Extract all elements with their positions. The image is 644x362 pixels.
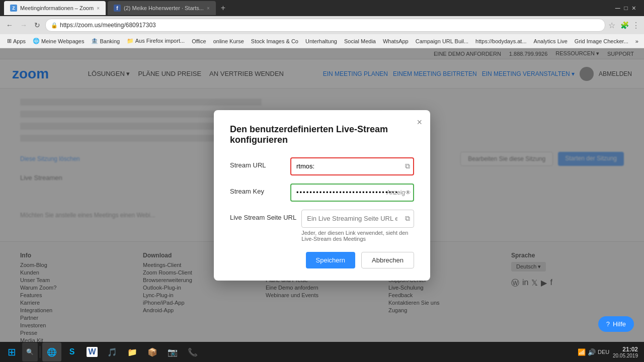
browser-chrome: Z Meetinginformationen – Zoom × f (2) Me… (0, 0, 644, 362)
taskbar-clock[interactable]: 21:02 20.05.2019 (613, 346, 638, 358)
show-stream-key-icon[interactable]: Anzeig👁 (386, 189, 411, 196)
volume-icon[interactable]: 🔊 (588, 348, 596, 356)
configure-stream-modal: × Den benutzerdefinierten Live-Stream ko… (214, 110, 430, 281)
taskbar-app-files[interactable]: 📁 (123, 342, 142, 361)
bookmark-grid-image[interactable]: Grid Image Checker... (572, 37, 631, 45)
bookmark-apps[interactable]: ⊞ Apps (4, 37, 29, 45)
hilfe-icon: ? (606, 320, 610, 328)
close-window-button[interactable]: × (632, 4, 636, 12)
title-bar: Z Meetinginformationen – Zoom × f (2) Me… (0, 0, 644, 16)
search-icon: 🔍 (26, 348, 34, 355)
taskbar-search[interactable]: 🔍 (22, 342, 38, 361)
windows-start-button[interactable]: ⊞ (2, 342, 21, 361)
stream-key-input-wrap: Anzeig👁 (290, 184, 414, 202)
bookmark-analytics[interactable]: Analytics Live (531, 37, 571, 45)
skype-icon: S (69, 347, 75, 356)
bookmark-whatsapp[interactable]: WhatsApp (380, 37, 412, 45)
hilfe-button[interactable]: ? Hilfe (598, 316, 634, 332)
new-tab-button[interactable]: + (218, 4, 228, 13)
back-button[interactable]: ← (4, 20, 15, 30)
hilfe-label: Hilfe (613, 320, 626, 328)
reload-button[interactable]: ↻ (32, 20, 42, 30)
music-icon: 🎵 (107, 347, 117, 357)
taskbar-app-browser[interactable]: 🌐 (42, 342, 61, 361)
bookmark-banking[interactable]: 🏦 Banking (88, 37, 123, 45)
save-button[interactable]: Speichern (306, 252, 356, 268)
tab-label-zoom: Meetinginformationen – Zoom (20, 5, 94, 11)
bookmark-office[interactable]: Office (189, 37, 209, 45)
taskbar-app-camera[interactable]: 📷 (163, 342, 182, 361)
taskbar-app-word[interactable]: W (83, 342, 102, 361)
network-icon[interactable]: 📶 (578, 348, 586, 356)
taskbar-app-phone[interactable]: 📞 (183, 342, 202, 361)
extensions-icon[interactable]: 🧩 (620, 21, 629, 29)
cancel-button[interactable]: Abbrechen (361, 252, 414, 268)
bookmark-firefox-import[interactable]: 📁 Aus Firefox import... (124, 37, 188, 45)
live-stream-url-label: Live Stream Seite URL (230, 210, 296, 222)
store-icon: 📦 (147, 347, 157, 357)
stream-url-input-wrap: ⧉ (290, 157, 414, 175)
modal-title: Den benutzerdefinierten Live-Stream konf… (230, 124, 414, 145)
stream-url-label: Stream URL (230, 157, 285, 169)
tab-favicon-fb: f (114, 5, 121, 12)
bookmark-unterhaltung[interactable]: Unterhaltung (302, 37, 340, 45)
webpage-icon: 🌐 (33, 38, 40, 44)
live-stream-url-form-group: Live Stream Seite URL ⧉ Jeder, der diese… (230, 210, 414, 242)
live-stream-url-input[interactable] (301, 210, 414, 228)
modal-close-button[interactable]: × (417, 117, 422, 128)
tab-label-fb: (2) Meike Hohenwerter · Starts... (124, 5, 204, 11)
stream-url-form-group: Stream URL ⧉ (230, 157, 414, 175)
star-icon[interactable]: ☆ (608, 21, 615, 30)
lock-icon: 🔒 (51, 22, 58, 29)
taskbar: ⊞ 🔍 🌐 S W 🎵 📁 📦 📷 📞 (0, 342, 644, 362)
banking-icon: 🏦 (91, 38, 98, 44)
nav-bar: ← → ↻ 🔒 https://zoom.us/meeting/68091730… (0, 16, 644, 34)
stream-url-input[interactable] (290, 157, 414, 175)
modal-overlay: × Den benutzerdefinierten Live-Stream ko… (0, 48, 644, 342)
apps-icon: ⊞ (7, 38, 12, 44)
taskbar-app-skype[interactable]: S (62, 342, 82, 361)
bookmark-social-media[interactable]: Social Media (341, 37, 379, 45)
live-stream-url-copy-icon[interactable]: ⧉ (405, 214, 410, 223)
bookmark-meine-webpages[interactable]: 🌐 Meine Webpages (30, 37, 87, 45)
modal-actions: Speichern Abbrechen (230, 252, 414, 268)
tab-facebook[interactable]: f (2) Meike Hohenwerter · Starts... × (108, 1, 216, 15)
restore-button[interactable]: □ (624, 5, 628, 12)
menu-icon[interactable]: ⋮ (632, 21, 640, 30)
browser-icon: 🌐 (47, 347, 57, 357)
taskbar-app-music[interactable]: 🎵 (103, 342, 122, 361)
taskbar-app-store[interactable]: 📦 (143, 342, 162, 361)
tab-zoom[interactable]: Z Meetinginformationen – Zoom × (4, 1, 106, 15)
taskbar-date: 20.05.2019 (613, 353, 638, 358)
bookmarks-bar: ⊞ Apps 🌐 Meine Webpages 🏦 Banking 📁 Aus … (0, 34, 644, 48)
bookmark-more[interactable]: » (632, 37, 641, 45)
stream-key-input-container: Anzeig👁 (290, 184, 414, 202)
taskbar-sep-1 (40, 346, 40, 358)
forward-button[interactable]: → (18, 20, 29, 30)
stream-key-form-group: Stream Key Anzeig👁 (230, 184, 414, 202)
stream-url-copy-icon[interactable]: ⧉ (405, 162, 410, 170)
bookmark-bodydays[interactable]: https://bodydays.at... (472, 37, 530, 45)
taskbar-time: 21:02 (613, 346, 638, 353)
live-stream-url-hint: Jeder, der diesen Link verwendet, sieht … (301, 230, 414, 242)
tab-close-zoom[interactable]: × (97, 6, 100, 11)
live-stream-url-input-container: ⧉ (301, 210, 414, 228)
windows-icon: ⊞ (8, 346, 16, 358)
address-text: https://zoom.us/meeting/680917303 (60, 22, 156, 29)
address-bar[interactable]: 🔒 https://zoom.us/meeting/680917303 (45, 19, 605, 32)
tab-close-fb[interactable]: × (207, 6, 210, 11)
taskbar-right: 📶 🔊 DEU 21:02 20.05.2019 (578, 346, 642, 358)
stream-key-label: Stream Key (230, 184, 285, 195)
page-content: EINE DEMO ANFORDERN 1.888.799.9926 RESSO… (0, 48, 644, 342)
files-icon: 📁 (127, 347, 137, 357)
bookmark-stock-images[interactable]: Stock Images & Co (248, 37, 301, 45)
lang-indicator[interactable]: DEU (598, 349, 612, 355)
bookmark-online-kurse[interactable]: online Kurse (210, 37, 247, 45)
word-icon: W (87, 347, 97, 357)
sys-tray-icons: 📶 🔊 DEU (578, 348, 612, 356)
minimize-button[interactable]: ─ (615, 4, 620, 12)
tab-favicon-zoom: Z (10, 5, 17, 12)
camera-icon: 📷 (168, 347, 178, 357)
stream-url-input-container: ⧉ (290, 157, 414, 175)
bookmark-campaign-url[interactable]: Campaign URL Buil... (413, 37, 471, 45)
